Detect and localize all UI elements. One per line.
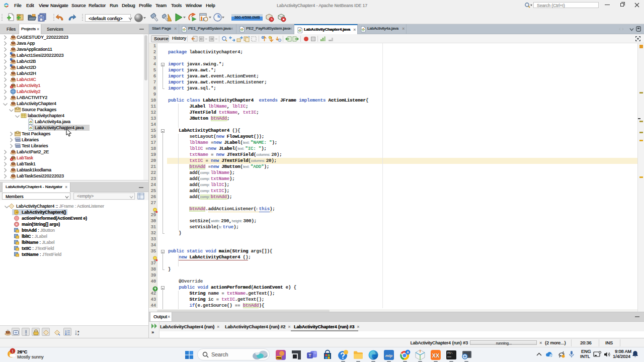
svg-text:PRE: PRE xyxy=(276,356,282,359)
svg-text:mlp: mlp xyxy=(385,353,392,358)
svg-text:z: z xyxy=(77,333,79,336)
svg-text:A: A xyxy=(407,350,409,354)
svg-text:PS\: PS\ xyxy=(447,351,453,355)
svg-text:T: T xyxy=(308,353,311,358)
svg-text:XX: XX xyxy=(432,352,440,358)
svg-text:1: 1 xyxy=(12,349,14,353)
